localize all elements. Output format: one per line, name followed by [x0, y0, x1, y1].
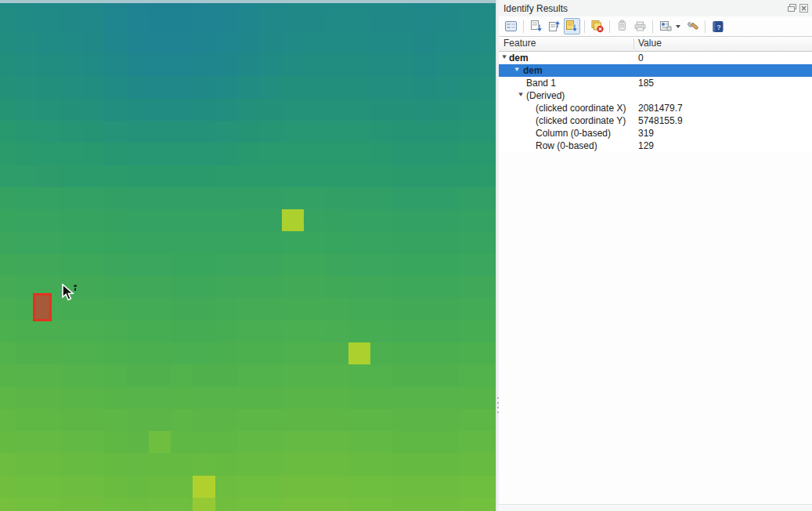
raster-cell	[0, 476, 16, 498]
raster-cell	[481, 54, 496, 77]
raster-cell	[104, 298, 127, 321]
raster-cell	[414, 54, 437, 77]
map-canvas[interactable]	[0, 0, 496, 511]
result-row[interactable]: ▼dem	[499, 64, 812, 77]
result-row[interactable]: (clicked coordinate X)2081479.7	[499, 102, 812, 114]
feature-label: dem	[523, 65, 543, 76]
raster-cell	[104, 99, 127, 121]
raster-cell	[259, 165, 282, 188]
expand-tree-button[interactable]	[528, 18, 544, 34]
column-divider[interactable]	[633, 38, 634, 49]
raster-cell	[481, 209, 496, 232]
raster-cell	[459, 76, 482, 99]
raster-cell	[127, 498, 150, 511]
raster-cell	[127, 409, 150, 432]
raster-cell	[481, 431, 496, 454]
raster-cell	[193, 298, 215, 321]
raster-cell	[370, 364, 393, 387]
raster-cell	[82, 387, 105, 410]
raster-cell	[459, 54, 482, 77]
clear-results-button[interactable]	[589, 18, 605, 34]
raster-cell	[437, 231, 460, 254]
raster-cell	[237, 298, 260, 321]
raster-cell	[437, 364, 460, 387]
raster-cell	[0, 254, 16, 277]
expander-triangle-icon[interactable]: ▼	[517, 91, 524, 98]
raster-cell	[392, 364, 415, 387]
identify-toolbar: ?	[499, 16, 812, 36]
raster-cell	[82, 476, 105, 498]
raster-cell	[171, 321, 193, 343]
raster-cell	[149, 76, 171, 99]
raster-cell	[38, 498, 60, 511]
raster-cell	[171, 409, 193, 432]
copy-feature-button[interactable]	[614, 18, 630, 34]
identified-pixel-highlight	[33, 293, 52, 321]
column-header-feature[interactable]: Feature	[503, 38, 536, 49]
raster-cell	[171, 453, 193, 476]
raster-cell	[259, 431, 282, 454]
result-row[interactable]: (clicked coordinate Y)5748155.9	[499, 114, 812, 127]
raster-cell	[237, 121, 260, 143]
panel-splitter[interactable]	[496, 0, 499, 511]
expand-new-results-button[interactable]	[564, 18, 580, 34]
raster-cell	[149, 364, 171, 387]
feature-value: 5748155.9	[638, 115, 683, 126]
raster-cell	[326, 121, 348, 143]
raster-cell	[171, 143, 193, 165]
raster-cell	[348, 364, 371, 387]
raster-cell	[237, 276, 260, 299]
identify-mode-button[interactable]	[657, 18, 673, 34]
raster-cell	[304, 121, 327, 143]
raster-cell	[370, 342, 393, 365]
toolbar-separator	[705, 20, 706, 33]
form-view-button[interactable]	[503, 18, 519, 34]
raster-cell	[304, 32, 327, 55]
raster-cell	[16, 76, 38, 99]
identify-settings-button[interactable]	[684, 18, 701, 34]
raster-cell	[60, 431, 83, 454]
result-row[interactable]: Column (0-based)319	[499, 127, 812, 140]
raster-cell	[392, 431, 415, 454]
raster-cell	[193, 453, 215, 476]
identify-mode-icon	[659, 20, 673, 33]
raster-cell	[348, 187, 371, 210]
help-button[interactable]: ?	[709, 18, 726, 34]
raster-cell	[481, 76, 496, 99]
result-row[interactable]: Row (0-based)129	[499, 140, 812, 152]
raster-cell	[104, 498, 127, 511]
result-row[interactable]: ▼(Derived)	[499, 89, 812, 102]
raster-cell	[392, 187, 415, 210]
raster-cell	[38, 99, 60, 121]
expander-triangle-icon[interactable]: ▼	[500, 53, 507, 60]
print-response-button[interactable]	[632, 18, 648, 34]
raster-cell	[127, 276, 150, 299]
feature-label: Band 1	[526, 78, 556, 89]
close-panel-button[interactable]	[799, 3, 809, 13]
column-header-value[interactable]: Value	[638, 38, 662, 49]
result-row[interactable]: ▼dem0	[499, 52, 812, 64]
raster-cell	[38, 54, 60, 77]
raster-cell	[38, 364, 60, 387]
float-panel-button[interactable]	[787, 3, 797, 13]
raster-cell	[104, 476, 127, 498]
collapse-tree-button[interactable]	[546, 18, 562, 34]
horizontal-scrollbar[interactable]	[499, 504, 812, 511]
raster-cell	[127, 387, 150, 410]
raster-cell	[392, 453, 415, 476]
identify-mode-dropdown-caret[interactable]	[676, 25, 680, 28]
raster-cell	[237, 209, 260, 232]
raster-cell	[437, 99, 460, 121]
raster-cell	[414, 476, 437, 498]
raster-cell	[392, 254, 415, 277]
raster-cell	[326, 387, 348, 410]
raster-cell	[459, 364, 482, 387]
raster-cell	[370, 453, 393, 476]
raster-cell	[414, 276, 437, 299]
expander-triangle-icon[interactable]: ▼	[513, 66, 520, 73]
result-row[interactable]: Band 1185	[499, 77, 812, 89]
raster-cell	[0, 54, 16, 77]
raster-cell	[60, 165, 83, 188]
raster-cell	[16, 99, 38, 121]
raster-cell	[60, 453, 83, 476]
